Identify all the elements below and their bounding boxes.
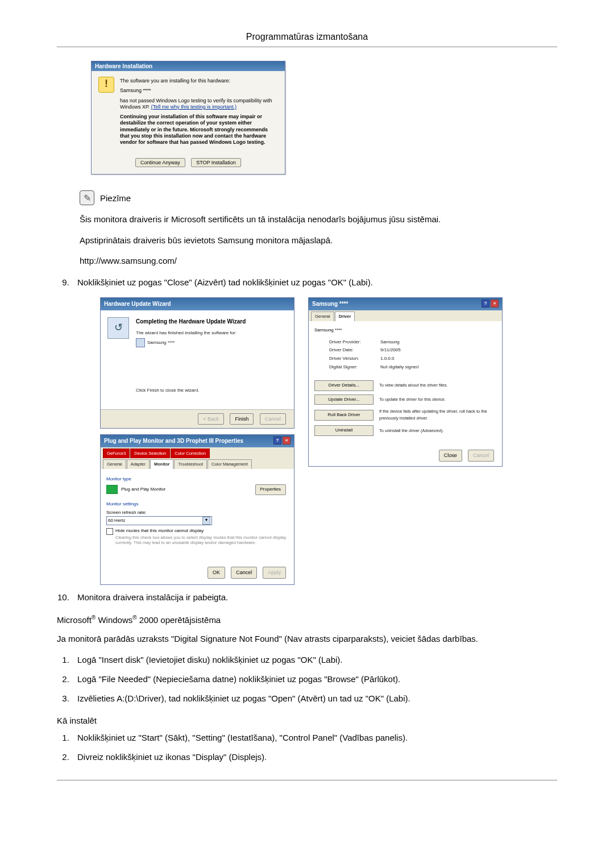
apply-button: Apply xyxy=(263,567,286,578)
tab-color-correction[interactable]: Color Correction xyxy=(171,448,210,458)
field-label: Screen refresh rate: xyxy=(106,509,288,517)
help-icon[interactable]: ? xyxy=(273,437,281,445)
divider-top xyxy=(57,47,557,47)
field-value: Samsung xyxy=(380,339,496,346)
dialog-text: The software you are installing for this… xyxy=(120,78,278,84)
update-driver-button[interactable]: Update Driver... xyxy=(314,394,374,405)
driver-title: Samsung **** xyxy=(312,300,348,309)
os-heading: Microsoft® Windows® 2000 operētājsistēma xyxy=(57,614,557,625)
ok-button[interactable]: OK xyxy=(208,567,225,578)
monitor-properties-dialog: Plug and Play Monitor and 3D Prophet III… xyxy=(100,434,294,584)
divider-bottom xyxy=(57,780,557,780)
howto-step-1: Noklikšķiniet uz "Start" (Sākt), "Settin… xyxy=(72,731,557,745)
dialog-title: Hardware Installation xyxy=(92,61,285,71)
note-heading: Piezīme xyxy=(100,193,131,203)
chevron-down-icon[interactable]: ▾ xyxy=(202,517,210,525)
howto-heading: Kā instalēt xyxy=(57,716,557,725)
tab-adapter[interactable]: Adapter xyxy=(127,459,150,469)
dialog-device: Samsung **** xyxy=(120,88,278,94)
stop-installation-button[interactable]: STOP Installation xyxy=(191,158,241,167)
help-icon[interactable]: ? xyxy=(482,300,489,308)
section-label: Monitor settings xyxy=(106,501,288,508)
properties-button[interactable]: Properties xyxy=(255,484,286,495)
hardware-installation-dialog: Hardware Installation The software you a… xyxy=(91,61,285,175)
sig-step-3: Izvēlieties A:(D:\Driver), tad noklikšķi… xyxy=(72,692,557,705)
tab-geforce3[interactable]: GeForce3 xyxy=(103,448,130,458)
page-title: Programmatūras izmantošana xyxy=(57,32,557,42)
roll-back-driver-button[interactable]: Roll Back Driver xyxy=(314,410,374,421)
device-icon xyxy=(136,338,145,347)
tab-troubleshoot[interactable]: Troubleshoot xyxy=(174,459,207,469)
tab-device-selection[interactable]: Device Selection xyxy=(130,448,170,458)
close-icon[interactable]: × xyxy=(283,437,291,445)
note-icon: ✎ xyxy=(80,190,94,205)
field-value: 9/11/2005 xyxy=(380,347,496,354)
cancel-button: Cancel xyxy=(468,450,494,461)
field-label: Driver Provider: xyxy=(329,339,380,346)
cancel-button[interactable]: Cancel xyxy=(231,567,257,578)
wizard-text: Click Finish to close the wizard. xyxy=(136,387,287,394)
body-text: Šis monitora draiveris ir Microsoft sert… xyxy=(80,213,557,226)
hardware-update-wizard: Hardware Update Wizard Completing the Ha… xyxy=(100,297,294,429)
wizard-title: Hardware Update Wizard xyxy=(101,298,294,310)
warning-icon xyxy=(98,77,114,93)
howto-step-2: Divreiz noklikšķiniet uz ikonas "Display… xyxy=(72,750,557,764)
body-text: Apstiprinātais draiveris būs ievietots S… xyxy=(80,234,557,247)
wizard-icon xyxy=(107,317,129,339)
checkbox-note: Clearing this check box allows you to se… xyxy=(115,535,288,545)
sig-step-2: Logā "File Needed" (Nepieciešama datne) … xyxy=(72,672,557,686)
button-description: If the device fails after updating the d… xyxy=(379,408,496,422)
body-url: http://www.samsung.com/ xyxy=(80,255,557,268)
tell-me-why-link[interactable]: (Tell me why this testing is important.) xyxy=(151,104,237,110)
driver-properties-dialog: Samsung **** ? × General Driver Sams xyxy=(308,297,503,467)
tab-color-management[interactable]: Color Management xyxy=(208,459,252,469)
button-description: To view details about the driver files. xyxy=(379,382,496,389)
wizard-device: Samsung **** xyxy=(136,338,287,347)
tab-general[interactable]: General xyxy=(103,459,126,469)
field-label: Digital Signer: xyxy=(329,364,380,371)
section-label: Monitor type xyxy=(106,476,288,483)
hide-modes-checkbox[interactable] xyxy=(106,528,113,535)
driver-details-button[interactable]: Driver Details... xyxy=(314,380,374,391)
body-text: Ja monitorā parādās uzraksts "Digital Si… xyxy=(57,633,557,646)
field-label: Driver Date: xyxy=(329,347,380,354)
wizard-heading: Completing the Hardware Update Wizard xyxy=(136,317,287,326)
dialog-text: has not passed Windows Logo testing to v… xyxy=(120,98,278,111)
finish-button[interactable]: Finish xyxy=(230,413,254,425)
step-9: Noklikšķiniet uz pogas "Close" (Aizvērt)… xyxy=(72,276,557,585)
driver-device: Samsung **** xyxy=(314,327,342,333)
step-10: Monitora draivera instalācija ir pabeigt… xyxy=(72,591,557,604)
tab-monitor[interactable]: Monitor xyxy=(150,459,174,469)
field-value: Not digitally signed xyxy=(380,364,496,371)
close-button[interactable]: Close xyxy=(439,450,462,461)
button-description: To update the driver for this device. xyxy=(379,396,496,403)
wizard-text: The wizard has finished installing the s… xyxy=(136,330,287,337)
props-title: Plug and Play Monitor and 3D Prophet III… xyxy=(104,437,243,446)
field-label: Driver Version: xyxy=(329,355,380,363)
close-icon[interactable]: × xyxy=(491,300,499,308)
continue-anyway-button[interactable]: Continue Anyway xyxy=(135,158,185,167)
uninstall-button[interactable]: Uninstall xyxy=(314,425,374,436)
field-value: 1.0.0.0 xyxy=(380,355,496,363)
sig-step-1: Logā "Insert disk" (Ievietojiet disku) n… xyxy=(72,653,557,667)
monitor-icon xyxy=(106,485,118,494)
button-description: To uninstall the driver (Advanced). xyxy=(379,427,496,434)
tab-general[interactable]: General xyxy=(311,312,334,321)
checkbox-label: Hide modes that this monitor cannot disp… xyxy=(115,528,288,535)
refresh-rate-select[interactable]: 60 Hertz ▾ xyxy=(106,516,212,525)
back-button: < Back xyxy=(198,413,224,425)
monitor-name: Plug and Play Monitor xyxy=(121,486,165,493)
tab-driver[interactable]: Driver xyxy=(335,312,355,321)
cancel-button: Cancel xyxy=(260,413,286,425)
dialog-warning-text: Continuing your installation of this sof… xyxy=(120,114,278,146)
